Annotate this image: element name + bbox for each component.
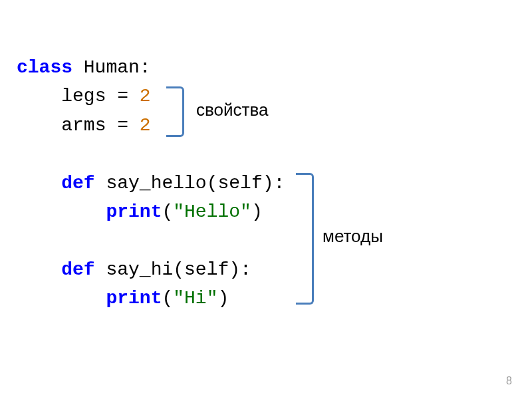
method-say-hi: say_hi(self): bbox=[95, 259, 251, 280]
paren-open: ( bbox=[162, 288, 173, 309]
bracket-methods bbox=[296, 173, 314, 305]
indent bbox=[17, 115, 61, 136]
number-literal: 2 bbox=[140, 115, 151, 136]
number-literal: 2 bbox=[140, 86, 151, 106]
indent bbox=[17, 288, 106, 309]
keyword-print: print bbox=[106, 201, 162, 222]
annotation-properties: свойства bbox=[196, 100, 268, 120]
indent bbox=[17, 201, 106, 222]
method-say-hello: say_hello(self): bbox=[95, 173, 285, 194]
indent bbox=[17, 86, 61, 106]
annotation-methods: методы bbox=[323, 226, 383, 247]
paren-close: ) bbox=[217, 288, 229, 309]
bracket-properties bbox=[166, 86, 184, 137]
class-name: Human: bbox=[72, 57, 151, 78]
property-legs: legs = bbox=[61, 86, 140, 106]
code-block: class Human: legs = 2 arms = 2 def say_h… bbox=[17, 53, 285, 313]
keyword-def: def bbox=[61, 173, 94, 194]
paren-open: ( bbox=[162, 201, 173, 222]
string-literal: "Hello" bbox=[173, 201, 251, 222]
indent bbox=[17, 259, 61, 280]
property-arms: arms = bbox=[61, 115, 140, 136]
string-literal: "Hi" bbox=[173, 288, 217, 309]
paren-close: ) bbox=[251, 201, 263, 222]
keyword-print: print bbox=[106, 288, 162, 309]
indent bbox=[17, 173, 61, 194]
page-number: 8 bbox=[506, 375, 512, 387]
keyword-class: class bbox=[17, 57, 72, 78]
keyword-def: def bbox=[61, 259, 94, 280]
